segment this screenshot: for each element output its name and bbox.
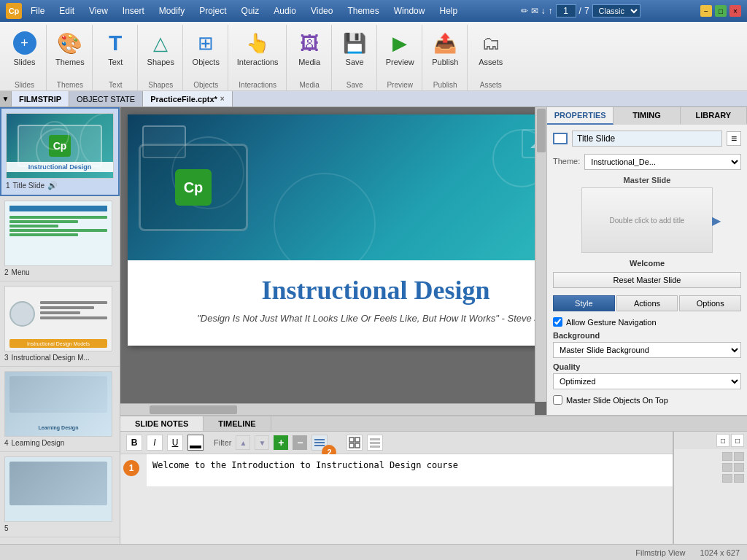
menu-modify[interactable]: Modify xyxy=(156,4,187,18)
assets-label: Assets xyxy=(479,58,503,66)
tab-library[interactable]: LIBRARY xyxy=(681,107,747,125)
slide-number-input[interactable] xyxy=(556,4,576,18)
slide-main-title: Instructional Design xyxy=(157,275,546,306)
menu-view[interactable]: View xyxy=(86,4,111,18)
filmstrip-slide-5[interactable]: 5 xyxy=(0,452,120,537)
filter-label: Filter xyxy=(214,438,231,447)
reset-master-slide-button[interactable]: Reset Master Slide xyxy=(553,272,741,288)
master-slide-preview[interactable]: Double click to add title ▶ xyxy=(581,187,713,253)
menu-edit[interactable]: Edit xyxy=(56,4,77,18)
timeline-cell xyxy=(734,463,744,472)
arrow-down-button[interactable]: ▼ xyxy=(255,435,269,450)
filmstrip-collapse-btn[interactable]: ▼ xyxy=(0,91,12,106)
slide-num-label-3: 3 Instructional Design M... xyxy=(4,354,115,362)
menu-window[interactable]: Window xyxy=(391,4,428,18)
menu-insert[interactable]: Insert xyxy=(120,4,147,18)
filmstrip-slide-3[interactable]: Instructional Design Models 3 Instructio… xyxy=(0,281,120,367)
themes-button[interactable]: 🎨 Themes xyxy=(53,28,88,69)
slide-number-2: 2 xyxy=(4,268,9,276)
slide-title-input[interactable] xyxy=(572,131,722,147)
ribbon-group-media: 🖼 Media Media xyxy=(288,25,332,90)
slide-thumb-5 xyxy=(4,456,112,522)
slide-canvas: Cp 👤 ☁ 🔒 Instruction xyxy=(128,114,546,346)
master-slide-preview-row: Double click to add title ▶ xyxy=(553,187,741,256)
tab-close-icon[interactable]: × xyxy=(220,95,225,103)
interactions-button[interactable]: 👆 Interactions xyxy=(234,28,282,69)
ribbon: + Slides Slides 🎨 Themes Themes T Text T… xyxy=(0,22,747,91)
master-slide-expand-icon[interactable]: ▶ xyxy=(712,214,721,228)
text-label: Text xyxy=(108,58,123,66)
tl-button-2[interactable]: □ xyxy=(731,434,744,447)
ribbon-group-publish: 📤 Publish Publish xyxy=(424,25,468,90)
add-note-button[interactable]: + xyxy=(274,435,288,450)
grid-view-button[interactable] xyxy=(347,435,363,451)
assets-button[interactable]: 🗂 Assets xyxy=(475,28,507,69)
menu-project[interactable]: Project xyxy=(196,4,229,18)
media-button[interactable]: 🖼 Media xyxy=(293,28,325,69)
menu-themes[interactable]: Themes xyxy=(344,4,382,18)
tab-object-state[interactable]: OBJECT STATE xyxy=(69,91,143,106)
remove-note-button[interactable]: − xyxy=(293,435,307,450)
text-button[interactable]: T Text xyxy=(99,28,131,69)
tab-style[interactable]: Style xyxy=(553,295,615,311)
maximize-button[interactable]: □ xyxy=(715,5,727,17)
slides-button[interactable]: + Slides xyxy=(9,28,41,69)
arrow-up-button[interactable]: ▲ xyxy=(236,435,250,450)
allow-gesture-checkbox[interactable] xyxy=(553,317,562,327)
tab-filmstrip[interactable]: FILMSTRIP xyxy=(12,91,69,106)
ribbon-group-shapes: △ Shapes Shapes xyxy=(139,25,183,90)
scroll-thumb-vertical[interactable] xyxy=(537,109,546,152)
canvas-scrollbar-vertical[interactable] xyxy=(535,107,546,402)
tab-slide-notes[interactable]: SLIDE NOTES xyxy=(120,416,204,431)
close-button[interactable]: × xyxy=(729,5,741,17)
preview-button[interactable]: ▶ Preview xyxy=(383,28,417,69)
master-objects-checkbox[interactable] xyxy=(553,395,562,405)
tab-actions[interactable]: Actions xyxy=(616,295,678,311)
theme-selector-dropdown[interactable]: Classic xyxy=(592,4,640,18)
italic-button[interactable]: I xyxy=(147,435,163,451)
list-view-button[interactable] xyxy=(367,435,383,451)
menu-video[interactable]: Video xyxy=(308,4,336,18)
menu-help[interactable]: Help xyxy=(436,4,460,18)
tab-timing[interactable]: TIMING xyxy=(614,107,680,125)
tl-button-1[interactable]: □ xyxy=(716,434,729,447)
ribbon-group-themes: 🎨 Themes Themes xyxy=(48,25,93,90)
filmstrip-slide-4[interactable]: Learning Design 4 Learning Design xyxy=(0,367,120,452)
theme-dropdown[interactable]: Instructional_De... xyxy=(584,154,741,170)
properties-panel: PROPERTIES TIMING LIBRARY ≡ Theme: xyxy=(546,107,747,415)
menu-bar[interactable]: File Edit View Insert Modify Project Qui… xyxy=(28,4,460,18)
theme-label: Theme: xyxy=(553,157,580,166)
objects-button[interactable]: ⊞ Objects xyxy=(190,28,222,69)
minimize-button[interactable]: − xyxy=(700,5,712,17)
tab-timeline[interactable]: TIMELINE xyxy=(204,416,271,431)
title-bar: Cp File Edit View Insert Modify Project … xyxy=(0,0,747,22)
view-tabs-area: ▼ FILMSTRIP OBJECT STATE PracticeFile.cp… xyxy=(0,91,747,107)
tab-practicefile[interactable]: PracticeFile.cptx* × xyxy=(143,91,233,106)
slide-separator: / xyxy=(579,6,581,16)
menu-file[interactable]: File xyxy=(28,4,47,18)
quality-dropdown[interactable]: Optimized xyxy=(553,373,741,389)
background-dropdown[interactable]: Master Slide Background xyxy=(553,342,741,358)
menu-audio[interactable]: Audio xyxy=(271,4,299,18)
themes-group-label: Themes xyxy=(57,79,83,90)
tab-properties[interactable]: PROPERTIES xyxy=(547,107,614,125)
shapes-button[interactable]: △ Shapes xyxy=(144,28,177,69)
bold-button[interactable]: B xyxy=(126,435,142,451)
interactions-group-label: Interactions xyxy=(239,79,276,90)
underline-button[interactable]: U xyxy=(167,435,183,451)
props-menu-button[interactable]: ≡ xyxy=(727,131,741,146)
notes-textarea[interactable]: Welcome to the Introduction to Instructi… xyxy=(147,454,673,486)
interactions-icon: 👆 xyxy=(244,30,271,56)
shapes-icon: △ xyxy=(147,30,174,56)
publish-button[interactable]: 📤 Publish xyxy=(429,28,461,69)
text-icon: T xyxy=(102,30,128,56)
save-button[interactable]: 💾 Save xyxy=(338,28,371,69)
canvas-scrollbar-horizontal[interactable] xyxy=(120,403,535,415)
tab-options[interactable]: Options xyxy=(679,295,741,311)
color-button[interactable] xyxy=(187,435,204,451)
filmstrip-slide-1[interactable]: Cp Instructional Design 1 Title Slide 🔊 xyxy=(0,107,120,196)
scroll-thumb-horizontal[interactable] xyxy=(150,405,237,414)
window-controls[interactable]: − □ × xyxy=(700,5,741,17)
menu-quiz[interactable]: Quiz xyxy=(239,4,263,18)
filmstrip-slide-2[interactable]: 2 Menu xyxy=(0,196,120,281)
